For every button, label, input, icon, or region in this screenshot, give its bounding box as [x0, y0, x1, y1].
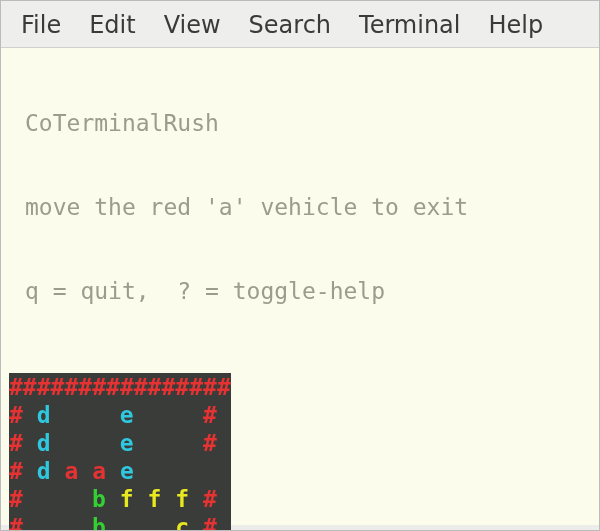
menu-edit[interactable]: Edit [89, 11, 135, 39]
game-keys: q = quit, ? = toggle-help [25, 277, 599, 305]
menu-help[interactable]: Help [489, 11, 544, 39]
menu-terminal[interactable]: Terminal [359, 11, 460, 39]
game-title: CoTerminalRush [25, 109, 599, 137]
menu-file[interactable]: File [21, 11, 61, 39]
menu-search[interactable]: Search [249, 11, 331, 39]
menubar: File Edit View Search Terminal Help [1, 1, 599, 48]
terminal-area[interactable]: CoTerminalRush move the red 'a' vehicle … [1, 48, 599, 525]
game-instructions: move the red 'a' vehicle to exit [25, 193, 599, 221]
game-header: CoTerminalRush move the red 'a' vehicle … [1, 53, 599, 361]
menu-view[interactable]: View [164, 11, 221, 39]
game-board: ################ # d e # # d e # # d a a… [9, 373, 231, 531]
